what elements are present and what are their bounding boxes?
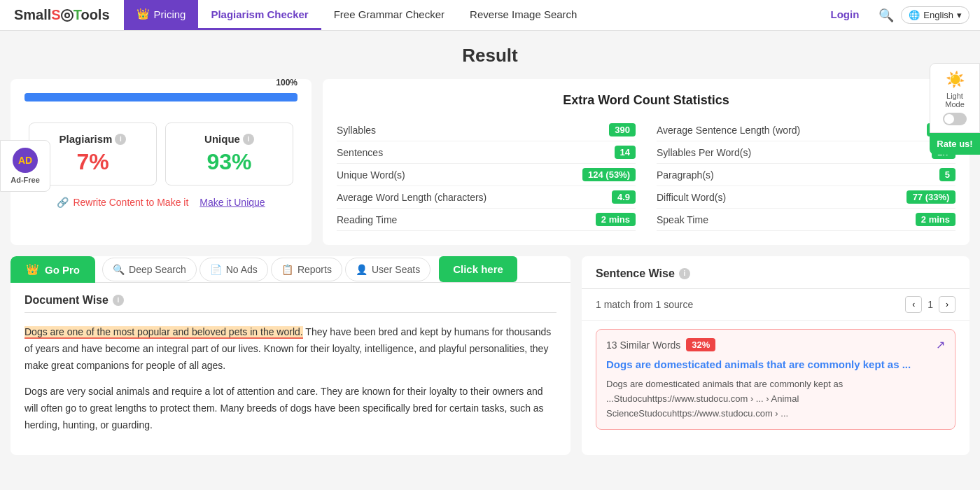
reports-icon: 📋: [281, 264, 293, 275]
sidebar-right: ☀️ LightMode Rate us!: [930, 63, 980, 155]
unique-value: 93%: [173, 149, 286, 175]
chain-icon: 🔗: [57, 197, 69, 208]
plagiarism-info-icon[interactable]: i: [115, 134, 126, 145]
stat-badge-difficult-words: 77 (33%): [906, 190, 955, 204]
stat-row-syllables-per-word: Syllables Per Word(s) 1.7: [657, 141, 955, 164]
unique-block: Unique i 93%: [161, 122, 298, 186]
unique-info-icon[interactable]: i: [243, 134, 254, 145]
ad-free-label: Ad-Free: [6, 176, 44, 184]
document-wise-header: Document Wise i: [10, 283, 570, 312]
similar-source-title: Dogs are domesticated animals that are c…: [606, 357, 945, 372]
light-mode-toggle[interactable]: [939, 113, 971, 125]
progress-bar: 100%: [24, 93, 298, 102]
feature-tabs: 🔍 Deep Search 📄 No Ads 📋 Reports 👤 User …: [95, 256, 524, 282]
logo-text: SmallSTools: [14, 7, 110, 23]
prev-match-button[interactable]: ‹: [905, 296, 922, 313]
stat-badge-paragraphs: 5: [939, 168, 955, 181]
top-row: 100% Plagiarism i 7% Uni: [10, 79, 969, 245]
header-right: Login 🔍 🌐 English ▾: [808, 6, 980, 24]
sentence-wise-header: Sentence Wise i: [582, 256, 969, 289]
stat-row-reading-time: Reading Time 2 mins: [337, 209, 636, 231]
rewrite-link[interactable]: 🔗 Rewrite Content to Make it Make it Uni…: [24, 197, 298, 208]
toggle-knob: [944, 114, 954, 124]
nav-grammar-checker[interactable]: Free Grammar Checker: [321, 0, 457, 30]
doc-paragraph-2: Dogs are very social animals and require…: [24, 384, 556, 433]
stats-left-col: Syllables 390 Sentences 14 Unique Word(s…: [337, 119, 636, 231]
similar-words-box: 13 Similar Words 32% ↗ Dogs are domestic…: [596, 329, 955, 430]
language-selector[interactable]: 🌐 English ▾: [901, 6, 969, 24]
pro-tabs-card: 👑 Go Pro 🔍 Deep Search 📄 No Ads 📋 Report…: [10, 256, 570, 455]
tab-user-seats[interactable]: 👤 User Seats: [345, 258, 430, 281]
stat-row-avg-sentence-length: Average Sentence Length (word) 16.6: [657, 119, 955, 141]
sentence-wise-match: 1 match from 1 source ‹ 1 ›: [582, 289, 969, 321]
stats-card: Extra Word Count Statistics Syllables 39…: [323, 79, 969, 245]
document-wise-content: Dogs are one of the most popular and bel…: [10, 313, 570, 455]
sun-icon: ☀️: [939, 71, 971, 89]
next-match-button[interactable]: ›: [939, 296, 955, 313]
stat-badge-reading-time: 2 mins: [596, 213, 636, 226]
nav-pricing[interactable]: 👑 Pricing: [124, 0, 199, 30]
light-mode-box: ☀️ LightMode: [930, 63, 980, 133]
doc-paragraph-1: Dogs are one of the most popular and bel…: [24, 324, 556, 374]
rate-us-button[interactable]: Rate us!: [930, 133, 980, 155]
stat-row-sentences: Sentences 14: [337, 141, 636, 164]
toggle-track[interactable]: [943, 113, 967, 125]
stat-row-paragraphs: Paragraph(s) 5: [657, 164, 955, 186]
header: SmallSTools 👑 Pricing Plagiarism Checker…: [0, 0, 980, 31]
light-mode-label: LightMode: [939, 92, 971, 108]
external-link-icon[interactable]: ↗: [936, 338, 945, 351]
stat-badge-avg-word-length: 4.9: [612, 190, 636, 204]
ad-icon: AD: [13, 148, 38, 173]
tab-reports[interactable]: 📋 Reports: [271, 258, 342, 281]
plagiarism-score-card: 100% Plagiarism i 7% Uni: [10, 79, 312, 245]
stat-row-avg-word-length: Average Word Length (characters) 4.9: [337, 186, 636, 209]
similar-pct-badge: 32%: [686, 338, 715, 351]
progress-label: 100%: [276, 78, 298, 88]
search-icon: 🔍: [113, 264, 125, 275]
stats-title: Extra Word Count Statistics: [337, 93, 955, 108]
no-ads-icon: 📄: [210, 264, 222, 275]
sentence-wise-info-icon[interactable]: i: [679, 268, 690, 279]
plagiarism-value: 7%: [36, 149, 149, 175]
crown-icon: 👑: [136, 8, 150, 20]
stats-grid: Syllables 390 Sentences 14 Unique Word(s…: [337, 119, 955, 231]
sentence-wise-card: Sentence Wise i 1 match from 1 source ‹ …: [582, 256, 969, 455]
crown-icon: 👑: [26, 263, 39, 276]
go-pro-tab[interactable]: 👑 Go Pro: [10, 256, 95, 283]
sentence-wise-nav: ‹ 1 ›: [905, 296, 955, 313]
login-button[interactable]: Login: [818, 8, 872, 22]
unique-label: Unique i: [173, 133, 286, 145]
stats-right-col: Average Sentence Length (word) 16.6 Syll…: [657, 119, 955, 231]
main-content: Result 100% Plagiarism i 7%: [0, 31, 980, 469]
stat-row-unique-words: Unique Word(s) 124 (53%): [337, 164, 636, 186]
highlighted-sentence: Dogs are one of the most popular and bel…: [24, 326, 303, 339]
similar-source-text: Dogs are domesticated animals that are c…: [606, 377, 945, 421]
pro-tab-bar: 👑 Go Pro 🔍 Deep Search 📄 No Ads 📋 Report…: [10, 256, 570, 283]
tab-deep-search[interactable]: 🔍 Deep Search: [102, 258, 197, 281]
nav-plagiarism-checker[interactable]: Plagiarism Checker: [198, 0, 321, 30]
ad-free-badge[interactable]: AD Ad-Free: [0, 140, 50, 192]
stat-row-syllables: Syllables 390: [337, 119, 636, 141]
search-icon[interactable]: 🔍: [878, 8, 894, 23]
progress-bar-fill: [24, 93, 298, 102]
stat-row-difficult-words: Difficult Word(s) 77 (33%): [657, 186, 955, 209]
globe-icon: 🌐: [909, 10, 920, 20]
page-title: Result: [10, 45, 969, 66]
chevron-down-icon: ▾: [957, 10, 962, 20]
user-seats-icon: 👤: [356, 264, 368, 275]
bottom-row: 👑 Go Pro 🔍 Deep Search 📄 No Ads 📋 Report…: [10, 256, 969, 455]
nav-reverse-image[interactable]: Reverse Image Search: [457, 0, 589, 30]
document-wise-info-icon[interactable]: i: [113, 295, 124, 306]
stat-badge-speak-time: 2 mins: [916, 213, 955, 226]
click-here-button[interactable]: Click here: [439, 256, 517, 282]
stat-badge-sentences: 14: [615, 146, 636, 159]
plagiarism-label: Plagiarism i: [36, 133, 149, 145]
main-nav: 👑 Pricing Plagiarism Checker Free Gramma…: [124, 0, 808, 30]
tab-no-ads[interactable]: 📄 No Ads: [200, 258, 268, 281]
stat-badge-syllables: 390: [609, 123, 636, 136]
similar-words-header: 13 Similar Words 32% ↗: [606, 338, 945, 351]
stat-badge-unique-words: 124 (53%): [582, 168, 636, 181]
stat-row-speak-time: Speak Time 2 mins: [657, 209, 955, 231]
logo[interactable]: SmallSTools: [0, 7, 124, 23]
unique-inner: Unique i 93%: [165, 122, 293, 186]
